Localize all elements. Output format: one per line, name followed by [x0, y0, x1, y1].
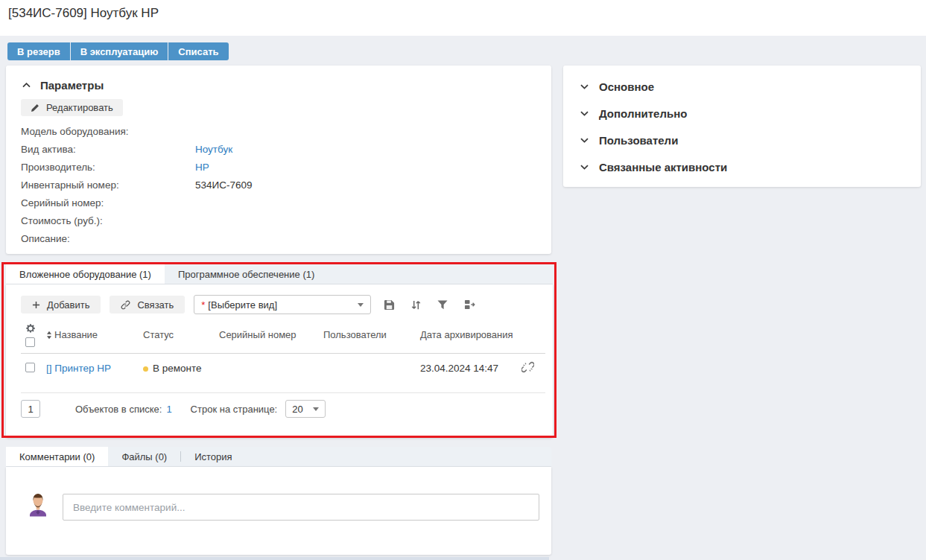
- tab-nested-equipment[interactable]: Вложенное оборудование (1): [6, 264, 165, 284]
- save-icon: [384, 299, 395, 311]
- save-view-button[interactable]: [380, 296, 398, 314]
- comment-input[interactable]: [63, 494, 539, 521]
- to-operation-button[interactable]: В эксплуатацию: [71, 42, 168, 60]
- page-number-button[interactable]: 1: [21, 400, 40, 418]
- asset-type-select[interactable]: * [Выберите вид]: [194, 295, 371, 314]
- column-header-serial[interactable]: Серийный номер: [219, 328, 323, 342]
- parameters-card: Параметры Редактировать Модель оборудова…: [6, 66, 551, 254]
- field-inventory-number: Инвентарный номер: 534ИС-7609: [21, 176, 536, 194]
- form-sections-card: Основное Дополнительно Пользователи Связ…: [563, 66, 921, 187]
- select-all-checkbox[interactable]: [25, 337, 35, 347]
- section-additional[interactable]: Дополнительно: [563, 100, 921, 127]
- section-label: Связанные активности: [599, 161, 727, 174]
- section-users[interactable]: Пользователи: [563, 127, 921, 153]
- link-button-label: Связать: [137, 299, 174, 311]
- chevron-down-icon: [580, 138, 589, 143]
- field-value: 534ИС-7609: [195, 179, 253, 191]
- column-header-name[interactable]: Название: [46, 328, 143, 342]
- sort-indicator-icon: [46, 331, 52, 340]
- rows-per-page-select[interactable]: 20: [285, 400, 326, 418]
- asset-type-select-value: [Выберите вид]: [208, 299, 277, 311]
- chevron-down-icon: [580, 165, 589, 170]
- section-label: Дополнительно: [599, 107, 687, 120]
- objects-count-value: 1: [166, 404, 171, 415]
- link-button[interactable]: Связать: [110, 296, 185, 314]
- row-unlink-action[interactable]: [521, 361, 544, 373]
- field-description: Описание:: [21, 229, 536, 247]
- row-status: В ремонте: [143, 361, 219, 376]
- link-icon: [121, 300, 130, 310]
- field-cost: Стоимость (руб.):: [21, 211, 536, 229]
- tab-history[interactable]: История: [181, 447, 245, 466]
- page-title: [534ИС-7609] Ноутбук HP: [8, 6, 159, 21]
- status-label: В ремонте: [153, 363, 202, 374]
- sort-arrows-icon: [410, 299, 422, 311]
- tab-comments[interactable]: Комментарии (0): [6, 447, 108, 466]
- column-header-label: Название: [54, 328, 98, 342]
- write-off-button[interactable]: Списать: [168, 42, 228, 60]
- section-main[interactable]: Основное: [563, 73, 921, 100]
- related-list-toolbar: Добавить Связать * [Выберите вид]: [6, 284, 553, 314]
- column-header-archived[interactable]: Дата архивирования: [420, 328, 521, 342]
- field-value-link[interactable]: HP: [195, 162, 209, 173]
- chevron-down-icon: [313, 407, 319, 411]
- section-label: Основное: [599, 80, 654, 93]
- field-label: Стоимость (руб.):: [21, 215, 195, 226]
- activity-tabs: Комментарии (0) Файлы (0) История: [6, 447, 551, 467]
- page-header: [534ИС-7609] Ноутбук HP: [0, 0, 926, 36]
- tab-files[interactable]: Файлы (0): [108, 447, 180, 466]
- pencil-icon: [31, 104, 39, 112]
- plus-icon: [32, 301, 40, 309]
- tab-software[interactable]: Программное обеспечение (1): [165, 264, 328, 284]
- required-mark: *: [201, 299, 205, 311]
- chevron-down-icon: [580, 111, 589, 116]
- bottom-strip: [0, 557, 549, 560]
- column-header-status[interactable]: Статус: [143, 328, 219, 342]
- field-label: Описание:: [21, 233, 195, 244]
- field-label: Вид актива:: [21, 144, 195, 155]
- add-button[interactable]: Добавить: [21, 296, 101, 314]
- open-list-icon: [464, 299, 475, 310]
- edit-button[interactable]: Редактировать: [21, 99, 123, 116]
- field-model: Модель оборудования:: [21, 122, 536, 140]
- field-asset-kind: Вид актива: Ноутбук: [21, 140, 536, 158]
- field-label: Модель оборудования:: [21, 126, 195, 137]
- field-value-link[interactable]: Ноутбук: [195, 144, 232, 155]
- record-action-buttons: В резерв В эксплуатацию Списать: [7, 42, 229, 60]
- sort-button[interactable]: [407, 296, 425, 314]
- rows-per-page-label: Строк на странице:: [191, 404, 278, 415]
- chevron-down-icon: [358, 303, 364, 307]
- field-manufacturer: Производитель: HP: [21, 158, 536, 176]
- user-avatar: [28, 492, 48, 517]
- table-row: [] Принтер HP В ремонте 23.04.2024 14:47: [21, 354, 545, 393]
- broken-link-icon: [521, 361, 538, 373]
- open-list-button[interactable]: [460, 296, 478, 314]
- rows-per-page-value: 20: [292, 404, 302, 415]
- field-label: Инвентарный номер:: [21, 179, 195, 191]
- to-reserve-button[interactable]: В резерв: [7, 42, 70, 60]
- section-label: Пользователи: [599, 134, 678, 147]
- row-checkbox[interactable]: [25, 363, 35, 372]
- field-serial-number: Серийный номер:: [21, 194, 536, 211]
- objects-count-label: Объектов в списке:: [75, 404, 162, 415]
- column-header-users[interactable]: Пользователи: [323, 328, 420, 342]
- section-related-activities[interactable]: Связанные активности: [563, 153, 921, 180]
- nested-equipment-table: Название Статус Серийный номер Пользоват…: [21, 319, 545, 393]
- parameters-fields: Модель оборудования: Вид актива: Ноутбук…: [21, 122, 536, 247]
- filter-funnel-icon: [437, 300, 448, 310]
- chevron-down-icon: [580, 84, 589, 89]
- filter-button[interactable]: [434, 296, 451, 314]
- field-label: Серийный номер:: [21, 197, 195, 209]
- edit-button-label: Редактировать: [46, 102, 113, 113]
- related-lists-tabs: Вложенное оборудование (1) Программное о…: [6, 264, 553, 284]
- row-name-link[interactable]: [] Принтер HP: [46, 361, 143, 376]
- table-header-row: Название Статус Серийный номер Пользоват…: [21, 319, 545, 354]
- field-label: Производитель:: [21, 162, 195, 173]
- asset-record-page: [534ИС-7609] Ноутбук HP В резерв В экспл…: [0, 0, 926, 560]
- parameters-collapse-header[interactable]: Параметры: [22, 79, 104, 92]
- status-dot-icon: [143, 366, 148, 372]
- add-button-label: Добавить: [47, 299, 89, 311]
- gear-icon[interactable]: [25, 323, 36, 334]
- nested-equipment-panel: Добавить Связать * [Выберите вид]: [6, 284, 553, 438]
- parameters-title: Параметры: [40, 79, 104, 92]
